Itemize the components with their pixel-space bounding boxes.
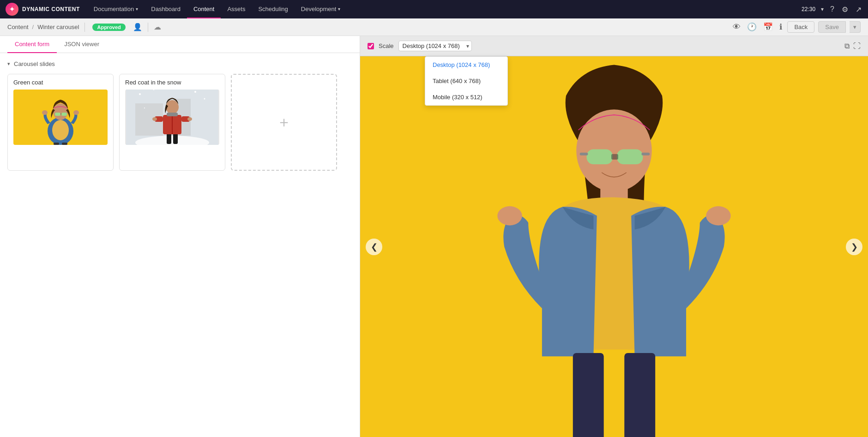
- copy-icon[interactable]: ⧉: [844, 42, 850, 50]
- svg-point-38: [706, 206, 731, 226]
- preview-toolbar-right: ⧉ ⛶: [844, 42, 861, 50]
- calendar-icon[interactable]: 📅: [762, 21, 774, 33]
- section-header-carousel[interactable]: ▾ Carousel slides: [7, 60, 352, 67]
- preview-toolbar: Scale Desktop (1024 x 768) Tablet (640 x…: [360, 36, 868, 56]
- carousel-next-button[interactable]: ❯: [846, 239, 862, 255]
- preview-carousel-image: [360, 56, 868, 437]
- svg-point-28: [194, 91, 196, 93]
- nav-item-documentation[interactable]: Documentation ▾: [87, 0, 145, 18]
- svg-point-2: [52, 120, 69, 140]
- preview-image-area: ❮ ❯: [360, 56, 868, 437]
- svg-rect-40: [617, 149, 643, 164]
- logo-text: DYNAMIC CONTENT: [22, 6, 80, 12]
- slide-card-red-coat[interactable]: Red coat in the snow: [119, 74, 225, 171]
- nav-item-development[interactable]: Development ▾: [295, 0, 347, 18]
- svg-point-21: [152, 117, 157, 121]
- main-layout: Content form JSON viewer ▾ Carousel slid…: [0, 36, 868, 437]
- add-slide-button[interactable]: ＋: [231, 74, 337, 171]
- slide-card-bottom-2: [120, 150, 225, 154]
- svg-point-22: [187, 117, 192, 121]
- scale-dropdown-menu: Desktop (1024 x 768) Tablet (640 x 768) …: [425, 56, 508, 106]
- svg-rect-42: [580, 153, 588, 156]
- tab-bar: Content form JSON viewer: [0, 36, 360, 53]
- nav-item-assets[interactable]: Assets: [221, 0, 252, 18]
- svg-point-24: [166, 100, 179, 114]
- svg-rect-25: [167, 113, 178, 116]
- svg-rect-36: [624, 353, 655, 437]
- svg-point-4: [42, 110, 48, 115]
- nav-right-actions: 22:30 ▾ ? ⚙ ↗: [802, 4, 862, 15]
- svg-rect-35: [573, 353, 604, 437]
- cloud-icon[interactable]: ☁: [154, 23, 161, 31]
- svg-rect-43: [641, 153, 650, 156]
- slide-image-red-coat: [125, 90, 219, 145]
- dropdown-item-desktop[interactable]: Desktop (1024 x 768): [425, 57, 507, 73]
- preview-carousel: ❮ ❯: [360, 56, 868, 437]
- top-navigation: ✦ DYNAMIC CONTENT Documentation ▾ Dashbo…: [0, 0, 868, 18]
- left-panel: Content form JSON viewer ▾ Carousel slid…: [0, 36, 360, 437]
- settings-icon[interactable]: ⚙: [841, 4, 849, 15]
- nav-items: Documentation ▾ Dashboard Content Assets…: [87, 0, 347, 18]
- help-icon[interactable]: ?: [829, 4, 835, 14]
- carousel-slides-grid: Green coat: [7, 74, 352, 171]
- back-button[interactable]: Back: [787, 21, 814, 33]
- tab-content-form[interactable]: Content form: [7, 36, 57, 53]
- slide-image-wrapper: [8, 90, 113, 150]
- breadcrumb-right-actions: 👁 🕐 📅 ℹ Back Save ▾: [731, 21, 861, 33]
- slide-image-green-coat: [13, 90, 108, 145]
- svg-rect-9: [54, 143, 59, 145]
- info-icon[interactable]: ℹ: [778, 21, 784, 33]
- nav-item-content[interactable]: Content: [187, 0, 221, 18]
- chevron-down-icon: ▾: [338, 6, 340, 12]
- carousel-prev-button[interactable]: ❮: [366, 239, 382, 255]
- dropdown-item-tablet[interactable]: Tablet (640 x 768): [425, 73, 507, 89]
- chevron-down-icon: ▾: [136, 6, 138, 12]
- svg-rect-6: [55, 113, 60, 116]
- nav-item-dashboard[interactable]: Dashboard: [145, 0, 187, 18]
- svg-rect-10: [62, 143, 67, 145]
- dropdown-item-mobile[interactable]: Mobile (320 x 512): [425, 89, 507, 105]
- expand-icon[interactable]: ⛶: [853, 42, 861, 50]
- content-area: ▾ Carousel slides Green coat: [0, 53, 360, 437]
- slide-card-green-coat[interactable]: Green coat: [7, 74, 114, 171]
- breadcrumb-page[interactable]: Winter carousel: [37, 24, 79, 30]
- section-title: Carousel slides: [14, 60, 55, 67]
- svg-point-5: [73, 110, 79, 115]
- svg-point-32: [576, 109, 652, 192]
- plus-icon: ＋: [277, 112, 291, 132]
- slide-card-bottom: [8, 150, 113, 154]
- nav-item-scheduling[interactable]: Scheduling: [252, 0, 294, 18]
- right-panel: Scale Desktop (1024 x 768) Tablet (640 x…: [360, 36, 868, 437]
- save-button[interactable]: Save: [818, 21, 846, 33]
- history-icon[interactable]: 🕐: [746, 21, 758, 33]
- svg-rect-39: [587, 149, 613, 164]
- preview-icon[interactable]: 👁: [731, 21, 742, 33]
- svg-point-3: [53, 103, 68, 120]
- time-chevron-icon: ▾: [821, 6, 824, 12]
- scale-label: Scale: [379, 42, 394, 49]
- slide-title-green-coat: Green coat: [8, 74, 113, 90]
- scale-select[interactable]: Desktop (1024 x 768) Tablet (640 x 768) …: [398, 41, 472, 51]
- slide-title-red-coat: Red coat in the snow: [120, 74, 225, 90]
- breadcrumb-bar: Content / Winter carousel Approved 👤 ☁ 👁…: [0, 18, 868, 36]
- scale-checkbox[interactable]: [368, 43, 374, 49]
- section-toggle-icon: ▾: [7, 61, 10, 67]
- svg-point-26: [139, 93, 141, 95]
- scale-select-wrapper: Desktop (1024 x 768) Tablet (640 x 768) …: [398, 41, 472, 51]
- breadcrumb-separator: /: [32, 24, 34, 30]
- logout-icon[interactable]: ↗: [855, 4, 862, 15]
- logo-icon: ✦: [6, 3, 18, 16]
- svg-point-30: [144, 108, 145, 108]
- app-logo[interactable]: ✦ DYNAMIC CONTENT: [6, 3, 80, 16]
- status-badge: Approved: [92, 24, 125, 31]
- user-icon[interactable]: 👤: [133, 23, 142, 31]
- svg-rect-41: [611, 154, 618, 160]
- tab-json-viewer[interactable]: JSON viewer: [57, 36, 107, 53]
- clock-display: 22:30: [802, 6, 815, 12]
- icon-divider: [148, 23, 148, 32]
- breadcrumb-divider: [84, 23, 85, 32]
- breadcrumb-icons: 👤 ☁: [133, 23, 161, 32]
- save-dropdown-button[interactable]: ▾: [850, 21, 861, 33]
- breadcrumb-content[interactable]: Content: [7, 24, 29, 30]
- svg-rect-7: [61, 113, 67, 116]
